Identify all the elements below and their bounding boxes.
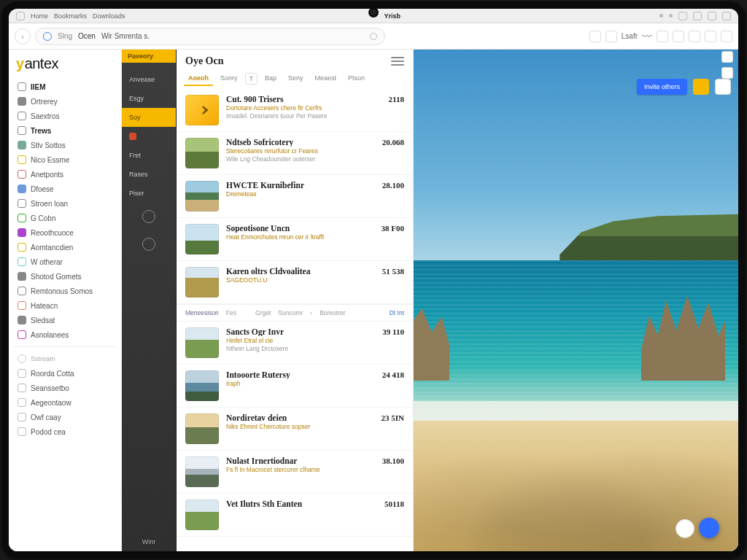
- sidebar-item-icon: [18, 155, 26, 164]
- os-tray-icon[interactable]: [678, 12, 687, 20]
- filter-option[interactable]: Grget: [255, 309, 271, 316]
- sidebar-item-icon: [18, 287, 26, 295]
- toolbar-icon[interactable]: [657, 31, 668, 42]
- mini-rail-icon[interactable]: [721, 67, 733, 79]
- toolbar-icon[interactable]: [689, 31, 700, 42]
- rail-item[interactable]: Fret: [122, 146, 176, 165]
- sidebar-item-label: Owf caay: [31, 413, 61, 421]
- sidebar-item[interactable]: W otherar: [13, 254, 117, 269]
- os-tray-icon[interactable]: [708, 12, 716, 20]
- filter-link[interactable]: Dt Int: [390, 309, 404, 316]
- toolbar-icon[interactable]: [589, 31, 601, 42]
- rail-footer[interactable]: Winr: [122, 534, 176, 547]
- sidebar-item[interactable]: Sledsat: [13, 313, 117, 327]
- sidebar-item[interactable]: Roorda Cotta: [13, 366, 117, 381]
- sidebar-item[interactable]: Remtonous Somos: [13, 284, 117, 298]
- notifications-button[interactable]: [693, 79, 709, 95]
- sidebar-item[interactable]: Podod cea: [13, 424, 117, 439]
- list-item[interactable]: Ndtseb SofricoterySterecotiares rerurfut…: [177, 132, 413, 175]
- hamburger-icon[interactable]: [391, 57, 404, 66]
- list-item-value: 51 538: [382, 267, 404, 276]
- panel-tab[interactable]: T: [245, 73, 258, 85]
- filter-label[interactable]: Meneesison: [185, 309, 219, 316]
- panel-tab[interactable]: Aoeoh: [184, 71, 213, 86]
- nav-back-button[interactable]: ‹: [15, 28, 31, 44]
- sidebar-item[interactable]: Stroen loan: [13, 196, 117, 211]
- list-item[interactable]: Vet Ilutrs Sth Eanten50118: [177, 494, 413, 537]
- list-item[interactable]: Nulast IrnertiodnarFs fl In Macrocet ste…: [177, 451, 413, 494]
- rail-item[interactable]: Piser: [122, 184, 176, 203]
- panel-tab[interactable]: Bap: [260, 71, 281, 86]
- os-tab[interactable]: Downloads: [93, 12, 125, 20]
- sidebar-item[interactable]: IIEM: [13, 79, 117, 94]
- list-item[interactable]: Cut. 900 TrisersDortotare Accesers chere…: [177, 89, 413, 132]
- sidebar-item[interactable]: Ortrerey: [13, 94, 117, 109]
- filter-option[interactable]: Suncomr: [278, 309, 303, 316]
- list-item-text: Nulast IrnertiodnarFs fl In Macrocet ste…: [226, 456, 375, 487]
- sidebar-item[interactable]: Aegeontaow: [13, 395, 117, 410]
- os-tray-icon[interactable]: [722, 12, 731, 20]
- filter-tag[interactable]: Fes: [226, 309, 236, 316]
- os-tab[interactable]: Home: [31, 12, 48, 20]
- sidebar-item[interactable]: Anetponts: [13, 167, 117, 182]
- rail-item[interactable]: Esgy: [122, 89, 176, 108]
- toolbar-label[interactable]: Lsafr: [622, 32, 638, 40]
- overflow-button[interactable]: [715, 79, 731, 95]
- os-tray-icon[interactable]: [693, 12, 702, 20]
- list-item-text: Cut. 900 TrisersDortotare Accesers chere…: [226, 95, 382, 125]
- sidebar-item[interactable]: Aomtancdien: [13, 240, 117, 254]
- sidebar-item[interactable]: G Cobn: [13, 211, 117, 225]
- sidebar-item[interactable]: Seanssetbo: [13, 381, 117, 395]
- sidebar-item-icon: [18, 170, 26, 179]
- rail-item[interactable]: Rases: [122, 165, 176, 184]
- rail-tool-icon[interactable]: [142, 238, 155, 251]
- rail-item[interactable]: Soy: [122, 108, 176, 127]
- rail-tool-icon[interactable]: [142, 210, 155, 223]
- chat-bubble-button[interactable]: [676, 519, 694, 538]
- app-logo[interactable]: yantex: [16, 55, 114, 72]
- fab-button[interactable]: [699, 518, 719, 538]
- sidebar-item[interactable]: Nico Essme: [13, 152, 117, 167]
- sidebar-item[interactable]: Stlv Sottos: [13, 138, 117, 152]
- chevron-left-icon[interactable]: ‹: [310, 309, 312, 316]
- address-bar[interactable]: Slng Ocen Wir Smrenta s.: [35, 28, 385, 45]
- mic-icon[interactable]: [370, 33, 377, 40]
- sidebar-item-label: Sledsat: [31, 316, 55, 324]
- rail-footer-label: Winr: [142, 538, 156, 545]
- list-item[interactable]: Nordiretav deienNiks Ehnint Chercoture s…: [177, 408, 413, 451]
- sidebar-item-label: Nico Essme: [31, 156, 69, 164]
- sidebar-item[interactable]: Trews: [13, 123, 117, 138]
- panel-tab[interactable]: Meaest: [311, 71, 341, 86]
- primary-action-button[interactable]: Invite others: [637, 79, 687, 95]
- result-list[interactable]: Cut. 900 TrisersDortotare Accesers chere…: [177, 86, 413, 551]
- list-item-subtitle: Hinfet Etral el cie: [226, 337, 375, 344]
- sidebar-item[interactable]: Dfoese: [13, 182, 117, 196]
- toolbar-icon[interactable]: [705, 31, 716, 42]
- list-item[interactable]: HWCTE KurnibefinrDremeteas28.100: [177, 175, 413, 218]
- sidebar-item[interactable]: Reoothcuoce: [13, 225, 117, 240]
- sidebar-item[interactable]: Saextros: [13, 109, 117, 123]
- rail-item[interactable]: [122, 127, 176, 146]
- toolbar-icon[interactable]: [721, 31, 732, 42]
- list-item[interactable]: Sopeotisone UncnHeat Enmorchutes mrun ce…: [177, 218, 413, 261]
- sidebar-item[interactable]: Shotod Gomets: [13, 269, 117, 284]
- toolbar-icon[interactable]: [605, 31, 617, 42]
- panel-tab[interactable]: Sonry: [216, 71, 242, 86]
- window-title: Yrisb: [384, 12, 401, 20]
- sidebar-item[interactable]: Hateacn: [13, 298, 117, 313]
- mini-rail-icon[interactable]: [721, 51, 733, 63]
- panel-tabs: AoeohSonryTBapSenyMeaestPtson: [177, 70, 413, 86]
- list-item[interactable]: Sancts Ogr InvrHinfet Etral el cieNthein…: [177, 322, 413, 365]
- filter-option[interactable]: Boreotrer: [320, 309, 345, 316]
- panel-tab[interactable]: Ptson: [344, 71, 369, 86]
- sidebar-item-icon: [18, 141, 26, 149]
- list-item[interactable]: Intooorte RutersyIraph24 418: [177, 365, 413, 408]
- list-item-subtitle: Iraph: [226, 380, 375, 387]
- toolbar-icon[interactable]: [673, 31, 684, 42]
- rail-item[interactable]: Anvease: [122, 70, 176, 89]
- sidebar-item[interactable]: Asnolanees: [13, 327, 117, 342]
- sidebar-item[interactable]: Owf caay: [13, 410, 117, 424]
- list-item[interactable]: Karen oltrs CldvoaliteaSAGEOOTU.U51 538: [177, 261, 413, 304]
- panel-tab[interactable]: Seny: [284, 71, 308, 86]
- os-tab[interactable]: Bookmarks: [54, 12, 87, 20]
